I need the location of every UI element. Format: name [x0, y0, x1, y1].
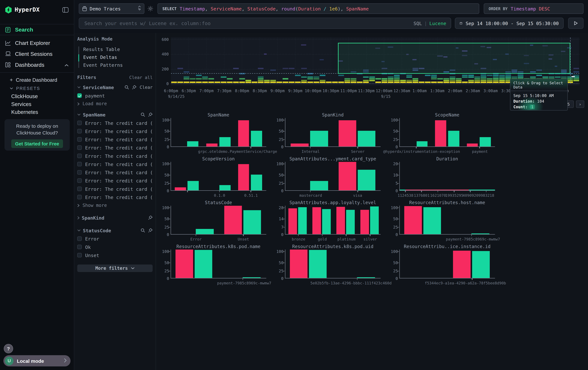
checkbox-unchecked[interactable] [77, 154, 82, 158]
create-dashboard-button[interactable]: + Create Dashboard [0, 76, 74, 84]
source-select[interactable]: Demo Traces [79, 3, 144, 14]
checkbox-unchecked[interactable] [77, 237, 82, 241]
filter-checkbox-item[interactable]: Error: The credit card (… [77, 152, 153, 159]
language-toggle-lucene[interactable]: Lucene [429, 20, 446, 26]
language-toggle-sql[interactable]: SQL [413, 20, 422, 26]
chevron-down-icon[interactable] [77, 229, 81, 231]
filter-group-name[interactable]: StatusCode [83, 228, 111, 233]
selected-bar[interactable] [336, 207, 345, 234]
chevron-down-icon[interactable] [77, 114, 81, 116]
orderby-input[interactable]: ORDER BY Timestamp DESC [484, 3, 584, 14]
selected-bar[interactable] [338, 120, 356, 147]
baseline-bar[interactable] [310, 131, 328, 147]
baseline-bar[interactable] [423, 207, 441, 234]
filter-group-name[interactable]: SpanName [83, 112, 105, 117]
selected-bar[interactable] [435, 120, 446, 147]
checkbox-unchecked[interactable] [77, 137, 82, 141]
run-query-button[interactable] [568, 18, 584, 29]
baseline-bar[interactable] [187, 141, 199, 147]
checkbox-unchecked[interactable] [77, 178, 82, 183]
baseline-bar[interactable] [309, 250, 327, 278]
chevron-right-icon[interactable] [77, 216, 80, 220]
sidebar-link-clickhouse[interactable]: ClickHouse [0, 92, 74, 100]
pin-icon[interactable] [148, 112, 153, 117]
checkbox-unchecked[interactable] [77, 253, 82, 257]
get-started-button[interactable]: Get Started for Free [11, 139, 63, 148]
search-icon[interactable] [141, 228, 145, 233]
filter-checkbox-item[interactable]: Ok [77, 244, 153, 250]
sidebar-link-services[interactable]: Services [0, 100, 74, 108]
baseline-bar[interactable] [251, 175, 262, 190]
selected-bar[interactable] [467, 143, 478, 146]
sidebar-item-dashboards[interactable]: Dashboards [0, 59, 74, 70]
filter-checkbox-item[interactable]: payment [77, 92, 153, 99]
select-clause-input[interactable]: SELECT Timestamp, ServiceName, StatusCod… [158, 3, 479, 14]
baseline-bar[interactable] [195, 250, 212, 278]
baseline-bar[interactable] [243, 210, 261, 234]
selected-bar[interactable] [224, 206, 242, 234]
minichart-plot[interactable]: 02550100grpc.oteldemo.PaymentService/Cha… [171, 118, 266, 147]
checkbox-unchecked[interactable] [77, 170, 82, 175]
baseline-bar[interactable] [472, 251, 490, 278]
minichart-plot[interactable]: 02550100payment-7985c8969c-mwmw7 [399, 206, 495, 235]
checkbox-checked[interactable] [77, 93, 82, 98]
checkbox-unchecked[interactable] [77, 195, 82, 199]
help-button[interactable]: ? [4, 344, 13, 353]
baseline-bar[interactable] [472, 233, 489, 234]
minichart-plot[interactable]: 071428bronzegoldplatinumsilver [285, 206, 381, 235]
baseline-bar[interactable] [346, 210, 355, 234]
search-icon[interactable] [141, 112, 145, 117]
filter-checkbox-item[interactable]: Error: The credit card (… [77, 194, 153, 200]
chevron-up-icon[interactable] [64, 62, 69, 68]
filter-checkbox-item[interactable]: Unset [77, 252, 153, 259]
sidebar-item-client-sessions[interactable]: Client Sessions [0, 48, 74, 59]
baseline-bar[interactable] [243, 277, 261, 278]
load-more-button[interactable]: Load more [77, 101, 153, 107]
duration-heatmap-chart[interactable] [171, 38, 579, 85]
baseline-bar[interactable] [219, 137, 231, 147]
selected-bar[interactable] [175, 187, 186, 190]
filter-checkbox-item[interactable]: Error [77, 235, 153, 242]
show-more-button[interactable]: Show more [77, 202, 153, 208]
selected-bar[interactable] [291, 143, 308, 146]
baseline-bar[interactable] [251, 131, 262, 147]
pin-icon[interactable] [148, 228, 153, 233]
checkbox-unchecked[interactable] [77, 145, 82, 150]
chevron-down-icon[interactable] [77, 86, 81, 89]
checkbox-unchecked[interactable] [77, 162, 82, 166]
analysis-mode-option-event-patterns[interactable]: Event Patterns [83, 61, 153, 69]
sidebar-item-search[interactable]: Search [0, 24, 74, 35]
checkbox-unchecked[interactable] [77, 245, 82, 249]
baseline-bar[interactable] [310, 181, 328, 190]
minichart-plot[interactable]: 02550100payment-7985c8969c-mwmw7 [171, 250, 266, 278]
selected-bar[interactable] [238, 120, 249, 147]
search-input[interactable] [84, 20, 413, 27]
minichart-plot[interactable]: 0510201124538137680116210701993529540909… [399, 162, 495, 191]
filter-checkbox-item[interactable]: Error: The credit card (… [77, 144, 153, 151]
clear-group-button[interactable]: Clear [140, 85, 153, 90]
baseline-bar[interactable] [322, 209, 331, 234]
filter-checkbox-item[interactable]: Error: The credit card (… [77, 136, 153, 143]
user-menu[interactable]: U Local mode [3, 355, 71, 366]
filter-checkbox-item[interactable]: Error: The credit card (… [77, 185, 153, 192]
checkbox-unchecked[interactable] [77, 121, 82, 125]
pin-icon[interactable] [148, 215, 153, 220]
baseline-bar[interactable] [448, 131, 459, 147]
baseline-bar[interactable] [480, 137, 491, 147]
sidebar-collapse-icon[interactable] [62, 7, 69, 12]
baseline-bar[interactable] [370, 207, 379, 234]
selected-bar[interactable] [290, 250, 307, 278]
baseline-bar[interactable] [357, 277, 375, 278]
date-range-picker[interactable]: Sep 14 18:00:00 - Sep 15 05:30:00 [455, 18, 564, 29]
source-settings-gear-icon[interactable] [147, 6, 153, 13]
baseline-bar[interactable] [220, 185, 231, 190]
sidebar-item-chart-explorer[interactable]: Chart Explorer [0, 38, 74, 49]
filter-checkbox-item[interactable]: Error: The credit card (… [77, 177, 153, 184]
filter-checkbox-item[interactable]: Error: The credit card (… [77, 128, 153, 134]
selected-bar[interactable] [313, 207, 321, 234]
selected-bar[interactable] [453, 250, 471, 278]
baseline-bar[interactable] [357, 131, 376, 147]
next-page-button[interactable]: › [576, 100, 584, 108]
checkbox-unchecked[interactable] [77, 129, 82, 133]
minichart-plot[interactable]: 025501000.1.00.51.1 [171, 162, 266, 191]
